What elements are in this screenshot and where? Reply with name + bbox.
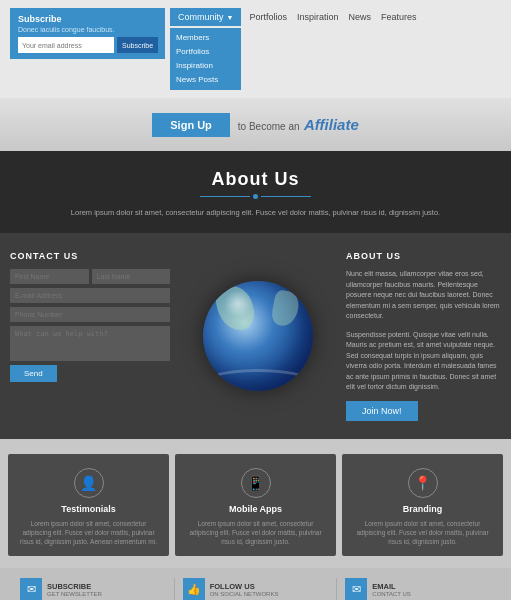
footer-follow: 👍 FOLLOW US ON SOCIAL NETWORKS Lorem ips… <box>175 578 338 600</box>
cards-section: 👤 Testimonials Lorem ipsum dolor sit ame… <box>0 439 511 568</box>
testimonials-icon: 👤 <box>74 468 104 498</box>
subscribe-description: Donec iaculis congue faucibus. <box>18 26 157 33</box>
about-panel-title: ABOUT US <box>346 251 501 261</box>
globe-ring <box>203 369 313 391</box>
nav-link-portfolios[interactable]: Portfolios <box>249 12 287 22</box>
dropdown-item-newsposts[interactable]: News Posts <box>176 73 235 87</box>
signup-row: Sign Up to Become an Affiliate <box>20 113 491 137</box>
follow-footer-icon: 👍 <box>183 578 205 600</box>
about-panel-text2: Suspendisse potenti. Quisque vitae velit… <box>346 330 501 393</box>
mid-section: CONTACT US Send ABOUT US Nunc elit massa… <box>0 233 511 439</box>
cards-row: 👤 Testimonials Lorem ipsum dolor sit ame… <box>8 454 503 556</box>
footer-email-subtitle: CONTACT US <box>372 591 410 597</box>
dropdown-item-portfolios[interactable]: Portfolios <box>176 45 235 59</box>
divider-dot <box>253 194 258 199</box>
about-divider <box>40 194 471 199</box>
affiliate-text: Affiliate <box>304 116 359 133</box>
mobile-apps-desc: Lorem ipsum dolor sit amet, consectetur … <box>183 519 328 546</box>
card-mobile-apps: 📱 Mobile Apps Lorem ipsum dolor sit amet… <box>175 454 336 556</box>
become-text: to Become an <box>238 121 300 132</box>
footer-subscribe: ✉ SUBSCRIBE GET NEWSLETTER Lorem ipsum d… <box>12 578 175 600</box>
footer-email-title: EMAIL <box>372 582 410 591</box>
subscribe-box: Subscribe Donec iaculis congue faucibus.… <box>10 8 165 59</box>
footer-subscribe-title: SUBSCRIBE <box>47 582 102 591</box>
nav-link-features[interactable]: Features <box>381 12 417 22</box>
join-button[interactable]: Join Now! <box>346 401 418 421</box>
dropdown-item-inspiration[interactable]: Inspiration <box>176 59 235 73</box>
phone-field[interactable] <box>10 307 170 322</box>
community-dropdown-menu: Members Portfolios Inspiration News Post… <box>170 28 241 90</box>
firstname-field[interactable] <box>10 269 89 284</box>
footer-follow-title: FOLLOW US <box>210 582 279 591</box>
about-description: Lorem ipsum dolor sit amet, consectetur … <box>40 207 471 218</box>
nav-links: Portfolios Inspiration News Features <box>241 8 424 26</box>
branding-icon: 📍 <box>408 468 438 498</box>
email-footer-icon: ✉ <box>345 578 367 600</box>
header: Subscribe Donec iaculis congue faucibus.… <box>0 0 511 98</box>
footer-email: ✉ EMAIL CONTACT US Address: Pellentesque… <box>337 578 499 600</box>
message-field[interactable] <box>10 326 170 361</box>
nav-link-news[interactable]: News <box>349 12 372 22</box>
about-panel: ABOUT US Nunc elit massa, ullamcorper vi… <box>346 251 501 421</box>
nav-area: Community ▼ Members Portfolios Inspirati… <box>165 8 501 90</box>
mobile-apps-title: Mobile Apps <box>183 504 328 514</box>
nav-link-inspiration[interactable]: Inspiration <box>297 12 339 22</box>
footer-subscribe-subtitle: GET NEWSLETTER <box>47 591 102 597</box>
globe-visual <box>203 281 313 391</box>
footer-subscribe-header: ✉ SUBSCRIBE GET NEWSLETTER <box>20 578 166 600</box>
about-title: About Us <box>40 169 471 190</box>
contact-title: CONTACT US <box>10 251 170 261</box>
card-testimonials: 👤 Testimonials Lorem ipsum dolor sit ame… <box>8 454 169 556</box>
footer-follow-header: 👍 FOLLOW US ON SOCIAL NETWORKS <box>183 578 329 600</box>
footer-follow-subtitle: ON SOCIAL NETWORKS <box>210 591 279 597</box>
email-field[interactable] <box>10 288 170 303</box>
divider-line-right <box>261 196 311 197</box>
chevron-down-icon: ▼ <box>227 14 234 21</box>
card-branding: 📍 Branding Lorem ipsum dolor sit amet, c… <box>342 454 503 556</box>
hero-section: Sign Up to Become an Affiliate <box>0 98 511 151</box>
contact-panel: CONTACT US Send <box>10 251 170 421</box>
about-section: About Us Lorem ipsum dolor sit amet, con… <box>0 151 511 233</box>
signup-button[interactable]: Sign Up <box>152 113 230 137</box>
community-dropdown: Community ▼ Members Portfolios Inspirati… <box>170 8 241 90</box>
branding-desc: Lorem ipsum dolor sit amet, consectetur … <box>350 519 495 546</box>
subscribe-button[interactable]: Subscribe <box>117 37 158 53</box>
divider-line-left <box>200 196 250 197</box>
subscribe-title: Subscribe <box>18 14 157 24</box>
footer-section: ✉ SUBSCRIBE GET NEWSLETTER Lorem ipsum d… <box>0 568 511 600</box>
globe-area <box>170 251 346 421</box>
about-panel-text1: Nunc elit massa, ullamcorper vitae eros … <box>346 269 501 322</box>
lastname-field[interactable] <box>92 269 171 284</box>
globe-shine <box>223 291 253 316</box>
subscribe-footer-icon: ✉ <box>20 578 42 600</box>
branding-title: Branding <box>350 504 495 514</box>
subscribe-input[interactable] <box>18 37 114 53</box>
community-button[interactable]: Community ▼ <box>170 8 241 26</box>
footer-email-header: ✉ EMAIL CONTACT US <box>345 578 491 600</box>
send-button[interactable]: Send <box>10 365 57 382</box>
mobile-apps-icon: 📱 <box>241 468 271 498</box>
community-label: Community <box>178 12 224 22</box>
hero-text: to Become an Affiliate <box>238 116 359 134</box>
contact-form: Send <box>10 269 170 382</box>
dropdown-item-members[interactable]: Members <box>176 31 235 45</box>
testimonials-title: Testimonials <box>16 504 161 514</box>
testimonials-desc: Lorem ipsum dolor sit amet, consectetur … <box>16 519 161 546</box>
